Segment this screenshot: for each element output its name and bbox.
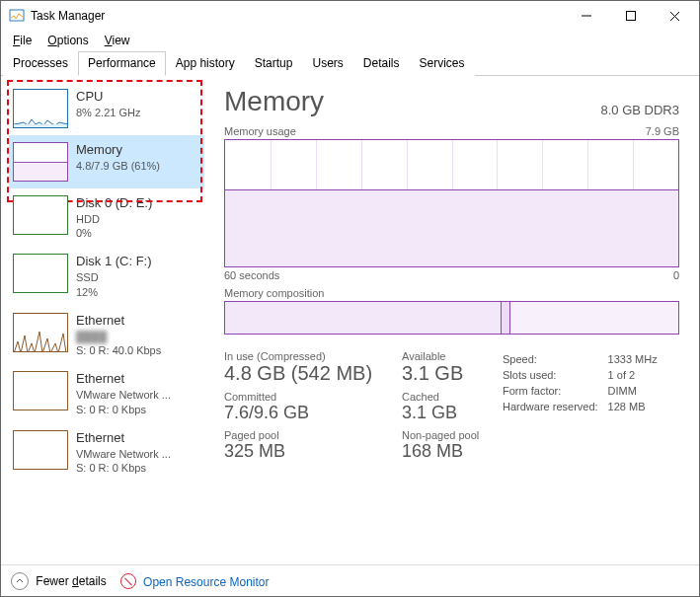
- sidebar-item-disk1[interactable]: Disk 1 (C: F:) SSD 12%: [9, 247, 204, 305]
- sidebar-sub: ████: [76, 330, 161, 343]
- fewer-details-label: Fewer details: [36, 574, 106, 588]
- memory-composition-bar[interactable]: [224, 301, 679, 335]
- sidebar-label: Memory: [76, 142, 160, 159]
- paged-value: 325 MB: [224, 441, 382, 462]
- svg-rect-2: [626, 12, 635, 21]
- footer-bar: Fewer details Open Resource Monitor: [1, 564, 699, 596]
- menu-options[interactable]: Options: [39, 32, 96, 49]
- disk-thumb-icon: [13, 254, 68, 293]
- sidebar-item-disk0[interactable]: Disk 0 (D: E:) HDD 0%: [9, 188, 204, 247]
- tab-services[interactable]: Services: [410, 51, 475, 76]
- in-use-value: 4.8 GB (542 MB): [224, 362, 382, 385]
- svg-rect-5: [14, 124, 68, 128]
- sidebar-label: Disk 1 (C: F:): [76, 254, 152, 270]
- sidebar-label: Disk 0 (D: E:): [76, 195, 152, 212]
- cached-value: 3.1 GB: [402, 403, 481, 423]
- performance-body: CPU 8% 2.21 GHz Memory 4.8/7.9 GB (61%) …: [1, 76, 699, 563]
- performance-sidebar: CPU 8% 2.21 GHz Memory 4.8/7.9 GB (61%) …: [1, 76, 208, 563]
- cpu-thumb-icon: [13, 89, 68, 128]
- sidebar-sub: VMware Network ...: [76, 388, 171, 402]
- sidebar-label: Ethernet: [76, 430, 171, 447]
- chart-label: Memory usage: [224, 125, 296, 137]
- sidebar-label: Ethernet: [76, 371, 171, 388]
- composition-label: Memory composition: [224, 287, 679, 299]
- tab-bar: Processes Performance App history Startu…: [1, 50, 699, 76]
- sidebar-item-eth0[interactable]: Ethernet ████ S: 0 R: 40.0 Kbps: [9, 306, 204, 364]
- close-button[interactable]: [653, 1, 697, 31]
- menu-file[interactable]: File: [5, 32, 39, 49]
- sidebar-item-memory[interactable]: Memory 4.8/7.9 GB (61%): [9, 135, 204, 188]
- sidebar-item-cpu[interactable]: CPU 8% 2.21 GHz: [9, 82, 204, 135]
- committed-label: Committed: [224, 391, 382, 403]
- sidebar-label: Ethernet: [76, 313, 161, 330]
- menu-bar: File Options View: [1, 31, 699, 50]
- in-use-label: In use (Compressed): [224, 350, 382, 362]
- tab-startup[interactable]: Startup: [245, 51, 303, 76]
- ethernet-thumb-icon: [13, 430, 68, 470]
- app-icon: [9, 8, 25, 24]
- chart-x-right: 0: [673, 269, 679, 281]
- hardware-info-table: Speed:1333 MHz Slots used:1 of 2 Form fa…: [501, 350, 667, 415]
- minimize-button[interactable]: [564, 1, 608, 31]
- sidebar-sub2: 12%: [76, 285, 152, 299]
- kv-value: 128 MB: [608, 400, 665, 413]
- kv-value: 1 of 2: [608, 368, 665, 382]
- chart-x-left: 60 seconds: [224, 269, 279, 281]
- kv-label: Slots used:: [503, 368, 606, 382]
- disk-thumb-icon: [13, 195, 68, 235]
- tab-performance[interactable]: Performance: [78, 51, 166, 76]
- committed-value: 7.6/9.6 GB: [224, 403, 382, 423]
- available-label: Available: [402, 350, 481, 362]
- sidebar-label: CPU: [76, 89, 140, 106]
- sidebar-sub2: S: 0 R: 0 Kbps: [76, 403, 171, 416]
- title-bar: Task Manager: [1, 1, 699, 31]
- detail-header-right: 8.0 GB DDR3: [601, 103, 679, 117]
- kv-value: 1333 MHz: [608, 352, 665, 366]
- kv-label: Speed:: [503, 352, 606, 366]
- sidebar-sub: 4.8/7.9 GB (61%): [76, 159, 160, 173]
- menu-view[interactable]: View: [97, 32, 138, 49]
- memory-thumb-icon: [13, 142, 68, 182]
- tab-details[interactable]: Details: [353, 51, 410, 76]
- kv-label: Hardware reserved:: [503, 400, 606, 413]
- chevron-up-icon: [11, 572, 29, 590]
- tab-users[interactable]: Users: [302, 51, 352, 76]
- ethernet-thumb-icon: [13, 313, 68, 352]
- sidebar-sub: 8% 2.21 GHz: [76, 106, 140, 119]
- resource-monitor-label: Open Resource Monitor: [143, 575, 269, 589]
- kv-value: DIMM: [608, 384, 665, 398]
- sidebar-item-eth2[interactable]: Ethernet VMware Network ... S: 0 R: 0 Kb…: [9, 423, 204, 482]
- detail-title: Memory: [224, 86, 324, 117]
- nonpaged-value: 168 MB: [402, 441, 481, 462]
- kv-label: Form factor:: [503, 384, 606, 398]
- available-value: 3.1 GB: [402, 362, 481, 385]
- maximize-button[interactable]: [608, 1, 653, 31]
- resource-monitor-icon: [120, 573, 136, 589]
- tab-processes[interactable]: Processes: [3, 51, 78, 76]
- sidebar-sub2: S: 0 R: 40.0 Kbps: [76, 343, 161, 357]
- fewer-details-button[interactable]: Fewer details: [11, 572, 107, 590]
- open-resource-monitor-link[interactable]: Open Resource Monitor: [120, 573, 270, 589]
- chart-max: 7.9 GB: [646, 125, 679, 137]
- sidebar-sub2: 0%: [76, 226, 152, 240]
- cached-label: Cached: [402, 391, 481, 403]
- window-title: Task Manager: [31, 9, 105, 23]
- sidebar-item-eth1[interactable]: Ethernet VMware Network ... S: 0 R: 0 Kb…: [9, 364, 204, 422]
- sidebar-sub: VMware Network ...: [76, 447, 171, 461]
- nonpaged-label: Non-paged pool: [402, 429, 481, 441]
- metrics-grid: In use (Compressed) 4.8 GB (542 MB) Comm…: [224, 350, 679, 468]
- tab-app-history[interactable]: App history: [166, 51, 245, 76]
- svg-rect-0: [10, 10, 24, 21]
- detail-panel: Memory 8.0 GB DDR3 Memory usage 7.9 GB 6…: [208, 76, 699, 563]
- sidebar-sub2: S: 0 R: 0 Kbps: [76, 461, 171, 475]
- ethernet-thumb-icon: [13, 371, 68, 410]
- memory-usage-chart[interactable]: [224, 139, 679, 267]
- paged-label: Paged pool: [224, 429, 382, 441]
- sidebar-sub: SSD: [76, 270, 152, 284]
- sidebar-sub: HDD: [76, 212, 152, 226]
